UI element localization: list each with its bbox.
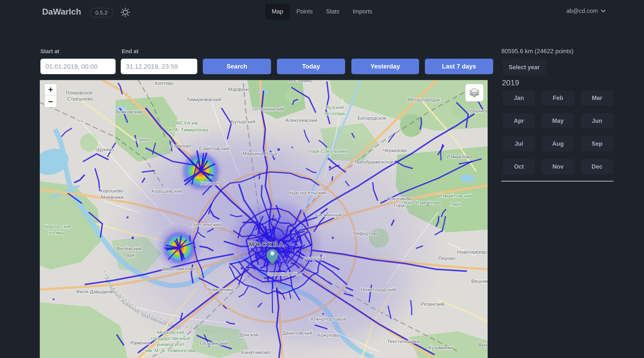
yesterday-button[interactable]: Yesterday [352,59,419,74]
svg-text:Савёловский: Савёловский [199,146,229,151]
month-button-jun[interactable]: Jun [581,113,613,129]
svg-text:Кузьминки: Кузьминки [429,345,452,351]
svg-text:Канатчиково: Канатчиково [241,350,270,355]
svg-text:Даниловский: Даниловский [282,330,312,336]
svg-text:Хорошёво-: Хорошёво- [100,188,125,193]
svg-text:Сокол: Сокол [136,137,150,143]
map-layers-control[interactable] [465,84,484,102]
svg-text:Щукино: Щукино [96,147,114,152]
svg-text:Выхино: Выхино [478,342,488,348]
svg-text:Пресненский: Пресненский [191,222,220,227]
start-at-input[interactable] [40,59,116,74]
distance-summary: 80595.6 km (24622 points) [501,48,574,55]
svg-text:МОСКВА: МОСКВА [249,241,285,248]
svg-text:Южнопортовый: Южнопортовый [311,316,346,322]
svg-text:Таганский: Таганский [302,255,325,261]
zoom-out-button[interactable]: − [44,96,57,107]
end-at-label: End at [122,48,138,54]
svg-text:Московский: Московский [157,330,184,335]
svg-text:Гольяново: Гольяново [468,108,488,114]
account-email: ab@cd.com [566,7,598,14]
month-button-nov[interactable]: Nov [542,159,574,174]
map-canvas[interactable]: Западный административный округ [40,80,488,358]
month-button-aug[interactable]: Aug [542,136,574,151]
svg-text:Бутырский: Бутырский [231,119,255,125]
svg-text:Гагаринский: Гагаринский [200,341,228,346]
sidebar-divider [501,181,614,181]
svg-text:Измайлово: Измайлово [446,154,472,160]
svg-text:им. М. В. Ломоносова: им. М. В. Ломоносова [146,348,196,353]
svg-text:МСХА им.: МСХА им. [176,120,199,126]
svg-text:государственный: государственный [151,336,190,341]
months-grid: Jan Feb Mar Apr May Jun Jul Aug Sep Oct … [502,90,613,174]
month-button-jul[interactable]: Jul [502,136,535,151]
today-button[interactable]: Today [277,59,345,74]
svg-text:Мнёвники: Мнёвники [101,194,124,200]
svg-text:Парк: Парк [124,252,135,258]
svg-text:Красносельский: Красносельский [289,190,326,196]
svg-text:Басманный: Басманный [315,212,342,218]
svg-text:лесопарк: лесопарк [324,111,345,116]
svg-text:Беговой: Беговой [200,180,218,186]
svg-text:К. А. Тимирязева: К. А. Тимирязева [169,127,208,133]
map-zoom-control: + − [44,83,57,108]
chevron-down-icon [601,9,606,12]
svg-text:Коптево: Коптево [155,80,174,86]
svg-text:Хамовники: Хамовники [208,287,233,292]
account-menu[interactable]: ab@cd.com [566,7,606,14]
svg-text:Яузский: Яузский [326,104,344,110]
tab-imports[interactable]: Imports [346,3,379,20]
main-nav-tabs: Map Points Stats Imports [265,3,379,20]
month-button-oct[interactable]: Oct [502,159,535,174]
svg-text:Аэропорт: Аэропорт [170,143,192,149]
svg-text:парк: парк [450,201,460,207]
svg-text:Новогиреево: Новогиреево [457,249,487,255]
svg-text:Лефортово: Лефортово [353,231,378,236]
month-button-feb[interactable]: Feb [542,90,574,106]
svg-text:Филёвский: Филёвский [116,246,142,251]
select-year-button[interactable]: Select year [502,59,546,75]
theme-toggle-sun-icon[interactable] [120,7,131,18]
month-button-dec[interactable]: Dec [581,159,613,174]
year-heading: 2019 [502,78,519,87]
svg-text:Донской: Донской [239,332,258,338]
month-button-jan[interactable]: Jan [502,90,535,106]
month-button-may[interactable]: May [542,113,574,129]
svg-text:Рязанский: Рязанский [421,301,444,307]
svg-text:Марьина Роща: Марьина Роща [242,151,277,157]
svg-text:холмы: холмы [49,230,64,236]
svg-text:Замоскворечье: Замоскворечье [267,271,302,276]
end-at-input[interactable] [121,59,197,74]
svg-text:Раменки: Раменки [130,340,150,346]
last-7-days-button[interactable]: Last 7 days [425,59,493,74]
svg-text:Марфино: Марфино [228,86,250,92]
svg-text:Крылатские: Крылатские [44,224,71,229]
svg-text:Покровское-: Покровское- [66,90,94,96]
svg-text:Перово: Перово [438,255,456,261]
svg-text:Тимирязевский: Тимирязевский [186,97,221,102]
app-logo[interactable]: DaWarIch [42,7,81,17]
svg-text:Преображенское: Преображенское [354,159,394,165]
svg-text:Войковский: Войковский [116,109,142,115]
svg-text:Останкинский: Останкинский [252,106,284,112]
tab-stats[interactable]: Stats [319,3,346,20]
svg-text:Хорошёвский: Хорошёвский [151,188,182,194]
month-button-mar[interactable]: Mar [581,90,613,106]
svg-text:Алексеевский: Алексеевский [286,118,317,123]
month-button-apr[interactable]: Apr [502,113,535,129]
svg-text:Дорогомилово: Дорогомилово [162,266,196,272]
tab-points[interactable]: Points [290,3,319,20]
svg-text:Нижегородский: Нижегородский [361,287,396,292]
svg-text:ПКиО Измайлово: ПКиО Измайлово [402,200,442,205]
layers-icon [469,87,480,98]
svg-text:Кожухово: Кожухово [318,332,339,338]
svg-text:Измайловский: Измайловский [439,193,472,199]
tab-map[interactable]: Map [265,3,290,20]
month-button-sep[interactable]: Sep [581,136,613,151]
zoom-in-button[interactable]: + [44,84,57,96]
svg-text:Вешняки: Вешняки [471,278,488,284]
search-button[interactable]: Search [203,59,271,74]
svg-text:Ростокино: Ростокино [289,80,312,83]
start-at-label: Start at [40,48,59,54]
svg-text:парк Сокольники: парк Сокольники [309,148,348,154]
